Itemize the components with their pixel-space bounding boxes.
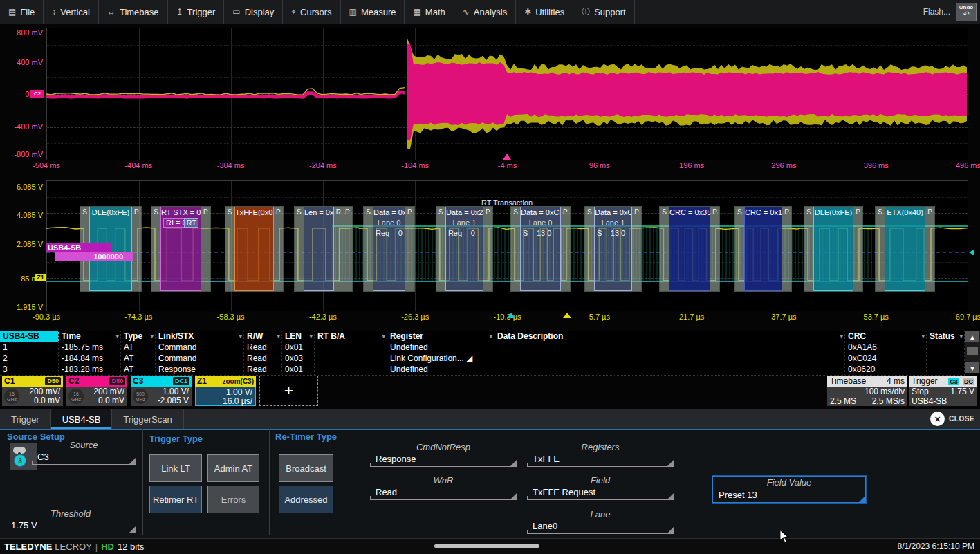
tab-triggerscan[interactable]: TriggerScan <box>112 409 183 429</box>
descriptor-body: 500MHz1.00 V/-2.085 V <box>131 387 192 406</box>
x-tick-label: 96 ms <box>589 161 610 169</box>
table-scroll-down-button[interactable]: ▼ <box>965 362 979 373</box>
packet-start-block: S <box>364 207 373 291</box>
analog-waveform-grid[interactable] <box>46 28 968 160</box>
coupling-badge: D50 <box>45 377 61 385</box>
menu-item-utilities[interactable]: ✱Utilities <box>516 0 573 24</box>
menu-item-vertical[interactable]: ↕Vertical <box>44 0 99 24</box>
menu-item-label: Vertical <box>60 7 90 17</box>
packet-label: Len = 0x04 <box>304 208 333 216</box>
brand-teledyne: TELEDYNE <box>4 542 52 552</box>
tab-trigger[interactable]: Trigger <box>0 409 51 429</box>
button-retimer-rt[interactable]: Retimer RT <box>149 486 202 513</box>
dialog-tab-bar: TriggerUSB4-SBTriggerScan × CLOSE <box>0 409 980 430</box>
bandwidth-badge: 16GHz <box>4 389 19 404</box>
channel-descriptor-z1[interactable]: Z1zoom(C3)1.00 V/16.0 µs/ <box>195 376 256 406</box>
channel-descriptor-c3[interactable]: C3DC1500MHz1.00 V/-2.085 V <box>131 376 192 406</box>
timebase-value: 4 ms <box>887 376 905 386</box>
y-tick-label: 2.085 V <box>0 240 46 248</box>
tab-usb4-sb[interactable]: USB4-SB <box>51 409 113 429</box>
menu-item-analysis[interactable]: ∿Analysis <box>454 0 516 24</box>
column-header-data-description[interactable]: Data Description▾ <box>494 331 845 342</box>
table-cell: AT <box>121 353 156 364</box>
menu-item-math[interactable]: ▦Math <box>405 0 454 24</box>
packet-bubble: RT STX = 0x40RI = 0x0RT <box>160 207 201 291</box>
menu-item-file[interactable]: ▤File <box>0 0 44 24</box>
menu-item-label: Math <box>425 7 445 17</box>
packet-stop-block: P <box>710 207 719 291</box>
y-tick-label: -1.915 V <box>0 303 46 311</box>
field-value-input[interactable]: Field Value Preset 13 <box>712 476 866 503</box>
menu-item-cursors[interactable]: ⌖Cursors <box>283 0 340 24</box>
source-probe-button[interactable]: 3 <box>10 443 37 470</box>
c2-offset-tag[interactable]: C2 <box>30 90 44 98</box>
table-cell: Read <box>244 364 282 375</box>
close-button[interactable]: × CLOSE <box>930 412 974 426</box>
z1-position-tag[interactable]: Z1 <box>35 274 46 281</box>
trigger-mode: Stop <box>912 387 929 396</box>
column-header-usb4-sb[interactable]: USB4-SB <box>0 331 59 342</box>
menu-item-trigger[interactable]: ↥Trigger <box>168 0 225 24</box>
menu-item-display[interactable]: ▭Display <box>224 0 283 24</box>
column-header-register[interactable]: Register▾ <box>387 331 494 342</box>
decoder-tag[interactable]: USB4-SB <box>46 243 112 252</box>
coupling-badge: DC1 <box>173 377 189 385</box>
sort-arrow-icon: ▾ <box>309 331 314 342</box>
bandwidth-badge: 16GHz <box>68 389 84 404</box>
decode-packet-data-0x20: SPData = 0x20Lane 0Req = 0 <box>363 206 415 292</box>
x-tick-label: -42.3 µs <box>309 313 337 321</box>
sort-arrow-icon: ▾ <box>840 331 844 342</box>
column-header-time[interactable]: Time▾ <box>59 331 121 342</box>
table-row[interactable]: 1-185.75 msATCommandRead0x01Undefined0xA… <box>0 342 965 353</box>
field-value-value: Preset 13 <box>719 490 757 500</box>
button-broadcast[interactable]: Broadcast <box>279 454 333 482</box>
bandwidth-badge: 500MHz <box>133 389 148 404</box>
table-cell: Undefined <box>387 342 494 353</box>
channel-descriptor-c1[interactable]: C1D5016GHz200 mV/0.0 mV <box>2 376 63 406</box>
trigger-coupling-badge: DC <box>963 378 974 385</box>
column-header-r-w[interactable]: R/W▾ <box>244 331 282 342</box>
column-header-status[interactable]: Status▾ <box>927 331 965 342</box>
y-tick-label: 4.085 V <box>0 211 46 219</box>
column-header-link-stx[interactable]: Link/STX▾ <box>156 331 244 342</box>
dropdown-underline <box>527 492 674 500</box>
button-link-lt[interactable]: Link LT <box>149 454 202 482</box>
packet-label: Data = 0x20 <box>446 208 483 216</box>
column-header-type[interactable]: Type▾ <box>121 331 156 342</box>
table-scroll-thumb[interactable] <box>967 347 978 355</box>
menu-item-support[interactable]: ⓘSupport <box>573 0 635 24</box>
packet-stop-block: P <box>132 207 141 291</box>
decoder-bitrate-tag[interactable]: 1000000 <box>55 252 133 261</box>
table-row[interactable]: 3-183.28 msATResponseRead0x01Undefined0x… <box>0 364 965 376</box>
channel-descriptor-c2[interactable]: C2D5016GHz200 mV/0.0 mV <box>66 376 127 406</box>
column-header-crc[interactable]: CRC▾ <box>845 331 927 342</box>
menu-item-measure[interactable]: ▥Measure <box>341 0 405 24</box>
status-scroll-handle[interactable] <box>434 544 539 548</box>
x-tick-label: 69.7 µs <box>956 313 980 321</box>
table-row[interactable]: 2-184.84 msATCommandRead0x03Link Configu… <box>0 353 965 364</box>
undo-icon: ↶ <box>956 10 976 18</box>
oscilloscope-screen: ▤File↕Vertical↔Timebase↥Trigger▭Display⌖… <box>0 0 980 554</box>
trigger-descriptor[interactable]: Trigger C3 DC Stop 1.75 V USB4-SB <box>909 376 977 406</box>
menu-item-timebase[interactable]: ↔Timebase <box>99 0 168 24</box>
add-trace-button[interactable]: + <box>259 376 318 406</box>
descriptor-body: 16GHz200 mV/0.0 mV <box>2 387 63 406</box>
menu-items: ▤File↕Vertical↔Timebase↥Trigger▭Display⌖… <box>0 0 635 24</box>
button-errors[interactable]: Errors <box>207 486 259 513</box>
packet-stop-block: P <box>405 207 414 291</box>
button-addressed[interactable]: Addressed <box>279 486 333 513</box>
flash-button[interactable]: Flash... <box>923 7 950 17</box>
packet-label: DLE(0xFE) <box>90 208 131 216</box>
table-scroll-up-button[interactable]: ▲ <box>965 331 979 342</box>
packet-bubble: Data = 0x20Lane 1Req = 0 <box>445 207 483 291</box>
timebase-descriptor[interactable]: Timebase 4 ms 100 ms/div 2.5 MS 2.5 MS/s <box>827 376 907 406</box>
trigger-time-marker-icon[interactable] <box>507 313 515 318</box>
undo-button[interactable]: Undo ↶ <box>956 3 977 21</box>
column-header-rt-b-a[interactable]: RT B/A▾ <box>315 331 387 342</box>
table-cell: 0xA1A6 <box>845 342 927 353</box>
timebase-title: Timebase <box>830 376 866 386</box>
x-tick-label: 396 ms <box>864 161 889 169</box>
column-header-len[interactable]: LEN▾ <box>282 331 315 342</box>
button-admin-at[interactable]: Admin AT <box>207 454 259 482</box>
zoom-position-marker-icon[interactable] <box>563 313 571 318</box>
